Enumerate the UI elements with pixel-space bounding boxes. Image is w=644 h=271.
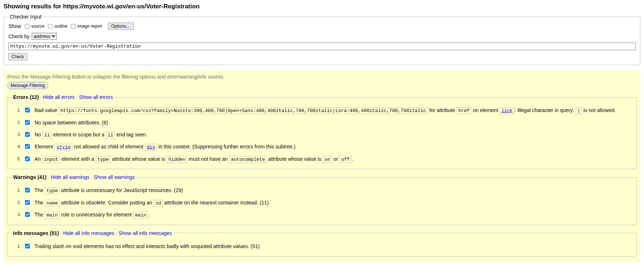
- info-count: Info messages (51): [13, 230, 59, 236]
- options-button[interactable]: Options…: [108, 23, 134, 30]
- code-literal: href: [456, 107, 471, 114]
- code-literal: autocomplete: [229, 156, 267, 163]
- list-item: 1Bad value https://fonts.googleapis.com/…: [12, 104, 632, 117]
- item-number: 2: [12, 199, 20, 206]
- url-input[interactable]: [8, 43, 636, 50]
- hide-all-errors-link[interactable]: Hide all errors: [43, 94, 75, 100]
- list-item: 2The name attribute is obsolete. Conside…: [12, 197, 632, 209]
- info-list: 1Trailing slash on void elements has no …: [12, 240, 632, 252]
- list-item: 2No space between attributes. (8): [12, 117, 632, 129]
- results-area: Press the Message Filtering button to co…: [4, 70, 640, 262]
- list-item: 1The type attribute is unnecessary for J…: [12, 184, 632, 197]
- item-toggle-checkbox[interactable]: [25, 144, 30, 149]
- code-literal: main: [133, 212, 148, 219]
- item-toggle-checkbox[interactable]: [25, 156, 30, 161]
- image-report-text: image report: [77, 24, 102, 29]
- list-item: 3No li element in scope but a li end tag…: [12, 129, 632, 141]
- item-toggle-checkbox[interactable]: [25, 212, 30, 217]
- code-literal: type: [45, 187, 60, 194]
- checker-input-panel: Checker Input Show source outline image …: [4, 14, 640, 65]
- show-all-errors-link[interactable]: Show all errors: [79, 94, 113, 100]
- check-by-label: Check by: [8, 33, 29, 39]
- item-number: 1: [12, 107, 20, 114]
- checker-input-legend: Checker Input: [8, 14, 43, 20]
- item-message: An input element with a type attribute w…: [35, 155, 632, 163]
- errors-group: Errors (12) · Hide all errors · Show all…: [7, 94, 637, 169]
- item-message: Trailing slash on void elements has no e…: [35, 243, 632, 250]
- check-by-select[interactable]: address: [32, 33, 57, 40]
- errors-list: 1Bad value https://fonts.googleapis.com/…: [12, 104, 632, 165]
- code-literal: id: [154, 200, 163, 207]
- image-report-checkbox[interactable]: [71, 24, 76, 29]
- source-text: source: [31, 24, 44, 29]
- url-row: [8, 43, 636, 50]
- item-message: Bad value https://fonts.googleapis.com/c…: [35, 107, 632, 115]
- list-item: 5An input element with a type attribute …: [12, 153, 632, 166]
- show-all-warnings-link[interactable]: Show all warnings: [94, 174, 135, 180]
- outline-checkbox[interactable]: [48, 24, 53, 29]
- check-by-row: Check by address: [8, 33, 636, 40]
- item-number: 1: [12, 187, 20, 194]
- item-number: 3: [12, 211, 20, 218]
- code-literal: li: [106, 132, 115, 139]
- page-title: Showing results for https://myvote.wi.go…: [4, 3, 640, 10]
- code-literal: off: [339, 156, 351, 163]
- item-message: The main role is unnecessary for element…: [35, 211, 632, 219]
- item-toggle-checkbox[interactable]: [25, 108, 30, 112]
- item-number: 4: [12, 143, 20, 150]
- item-toggle-checkbox[interactable]: [25, 188, 30, 192]
- item-number: 5: [12, 155, 20, 163]
- code-literal: main: [45, 212, 60, 219]
- item-message: Element style not allowed as child of el…: [35, 143, 632, 151]
- item-toggle-checkbox[interactable]: [25, 132, 30, 137]
- code-link[interactable]: style: [55, 144, 72, 151]
- code-literal: li: [43, 132, 52, 139]
- errors-count: Errors (12): [13, 94, 39, 100]
- item-number: 2: [12, 119, 20, 126]
- check-button[interactable]: Check: [8, 53, 27, 60]
- code-literal: hidden: [166, 156, 187, 163]
- code-link[interactable]: link: [499, 107, 514, 114]
- item-message: The name attribute is obsolete. Consider…: [35, 199, 632, 207]
- show-row: Show source outline image report Options…: [8, 23, 636, 30]
- item-number: 3: [12, 131, 20, 138]
- outline-text: outline: [55, 24, 67, 29]
- item-toggle-checkbox[interactable]: [25, 200, 30, 205]
- code-literal: |: [576, 107, 582, 114]
- code-literal: input: [42, 156, 60, 163]
- item-toggle-checkbox[interactable]: [25, 244, 30, 248]
- item-message: No li element in scope but a li end tag …: [35, 131, 632, 139]
- warnings-legend: Warnings (41) · Hide all warnings · Show…: [12, 174, 136, 180]
- code-link[interactable]: div: [145, 144, 157, 151]
- outline-checkbox-label[interactable]: outline: [47, 23, 67, 30]
- item-toggle-checkbox[interactable]: [25, 120, 30, 125]
- item-number: 1: [12, 243, 20, 250]
- warnings-count: Warnings (41): [13, 174, 47, 180]
- message-filtering-button[interactable]: Message Filtering: [7, 82, 48, 89]
- code-literal: https://fonts.googleapis.com/css?family=…: [59, 107, 428, 114]
- code-literal: name: [45, 200, 60, 207]
- code-literal: on: [323, 156, 332, 163]
- source-checkbox[interactable]: [25, 24, 29, 29]
- list-item: 3The main role is unnecessary for elemen…: [12, 209, 632, 221]
- item-message: No space between attributes. (8): [35, 119, 632, 127]
- item-message: The type attribute is unnecessary for Ja…: [35, 187, 632, 195]
- info-legend: Info messages (51) · Hide all info messa…: [12, 230, 173, 236]
- list-item: 4Element style not allowed as child of e…: [12, 141, 632, 153]
- filter-hint: Press the Message Filtering button to co…: [7, 74, 637, 80]
- info-group: Info messages (51) · Hide all info messa…: [7, 230, 637, 256]
- hide-all-warnings-link[interactable]: Hide all warnings: [51, 174, 90, 180]
- title-url: https://myvote.wi.gov/en-us/Voter-Regist…: [63, 3, 200, 10]
- show-all-info-link[interactable]: Show all info messages: [118, 230, 172, 236]
- title-prefix: Showing results for: [4, 3, 63, 10]
- show-label: Show: [8, 23, 21, 29]
- warnings-group: Warnings (41) · Hide all warnings · Show…: [7, 174, 637, 225]
- image-report-checkbox-label[interactable]: image report: [69, 23, 102, 30]
- list-item: 1Trailing slash on void elements has no …: [12, 240, 632, 252]
- code-literal: type: [96, 156, 110, 163]
- hide-all-info-link[interactable]: Hide all info messages: [63, 230, 114, 236]
- warnings-list: 1The type attribute is unnecessary for J…: [12, 184, 632, 221]
- source-checkbox-label[interactable]: source: [23, 23, 44, 30]
- errors-legend: Errors (12) · Hide all errors · Show all…: [12, 94, 114, 100]
